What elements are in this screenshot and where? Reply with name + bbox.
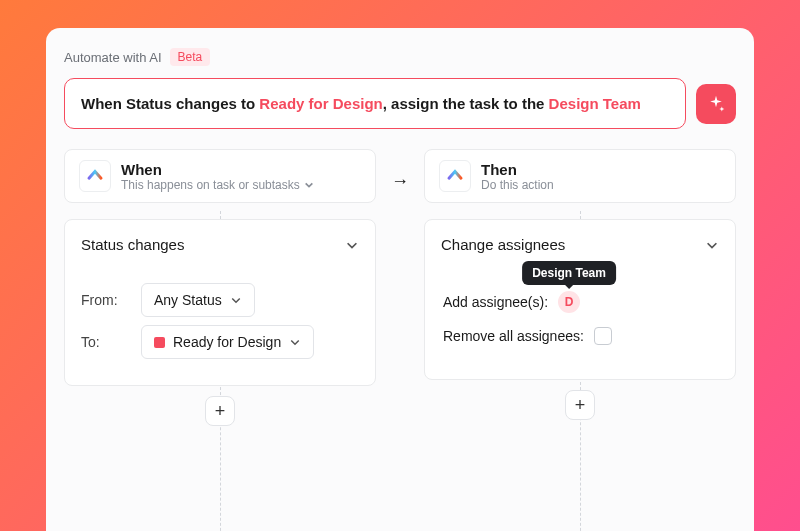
remove-assignees-label: Remove all assignees: (443, 328, 584, 344)
trigger-label: Status changes (81, 236, 184, 253)
chevron-down-icon (230, 294, 242, 306)
sparkle-icon (706, 94, 726, 114)
assignee-avatar[interactable]: D Design Team (558, 291, 580, 313)
beta-badge: Beta (170, 48, 211, 66)
add-action-button[interactable]: + (565, 390, 595, 420)
chevron-down-icon (345, 238, 359, 252)
from-status-value: Any Status (154, 292, 222, 308)
automation-card: Automate with AI Beta When Status change… (46, 28, 754, 531)
when-title: When (121, 161, 361, 178)
assignee-tooltip: Design Team (522, 261, 616, 285)
when-trigger-block: Status changes From: Any Status To: (64, 219, 376, 386)
then-title: Then (481, 161, 721, 178)
chevron-down-icon (289, 336, 301, 348)
then-action-block: Change assignees Add assignee(s): D Desi… (424, 219, 736, 380)
chevron-down-icon[interactable] (304, 180, 314, 190)
chevron-down-icon (705, 238, 719, 252)
ai-prompt-input[interactable]: When Status changes to Ready for Design,… (64, 78, 686, 129)
clickup-logo-icon (439, 160, 471, 192)
prompt-text-prefix: When Status changes to (81, 95, 259, 112)
from-label: From: (81, 292, 129, 308)
trigger-dropdown[interactable]: Status changes (65, 222, 375, 267)
then-subtitle: Do this action (481, 178, 721, 192)
to-status-select[interactable]: Ready for Design (141, 325, 314, 359)
arrow-icon: → (376, 149, 424, 192)
from-status-select[interactable]: Any Status (141, 283, 255, 317)
add-assignee-label: Add assignee(s): (443, 294, 548, 310)
action-label: Change assignees (441, 236, 565, 253)
automation-columns: When This happens on task or subtasks St… (64, 149, 736, 426)
prompt-text-mid: , assign the task to the (383, 95, 549, 112)
add-assignee-row: Add assignee(s): D Design Team (443, 291, 717, 313)
when-header-pane[interactable]: When This happens on task or subtasks (64, 149, 376, 203)
assignee-initial: D (565, 295, 574, 309)
to-row: To: Ready for Design (81, 325, 359, 359)
remove-assignees-checkbox[interactable] (594, 327, 612, 345)
to-status-value: Ready for Design (173, 334, 281, 350)
header-row: Automate with AI Beta (64, 48, 736, 66)
clickup-logo-icon (79, 160, 111, 192)
prompt-row: When Status changes to Ready for Design,… (64, 78, 736, 129)
then-header-pane[interactable]: Then Do this action (424, 149, 736, 203)
ai-generate-button[interactable] (696, 84, 736, 124)
when-subtitle: This happens on task or subtasks (121, 178, 300, 192)
prompt-highlight-team: Design Team (549, 95, 641, 112)
plus-icon: + (215, 401, 226, 422)
remove-assignees-row: Remove all assignees: (443, 327, 717, 345)
plus-icon: + (575, 395, 586, 416)
header-label: Automate with AI (64, 50, 162, 65)
then-column: Then Do this action Change assignees Add… (424, 149, 736, 420)
prompt-highlight-status: Ready for Design (259, 95, 382, 112)
to-label: To: (81, 334, 129, 350)
add-condition-button[interactable]: + (205, 396, 235, 426)
from-row: From: Any Status (81, 283, 359, 317)
status-color-swatch (154, 337, 165, 348)
when-column: When This happens on task or subtasks St… (64, 149, 376, 426)
